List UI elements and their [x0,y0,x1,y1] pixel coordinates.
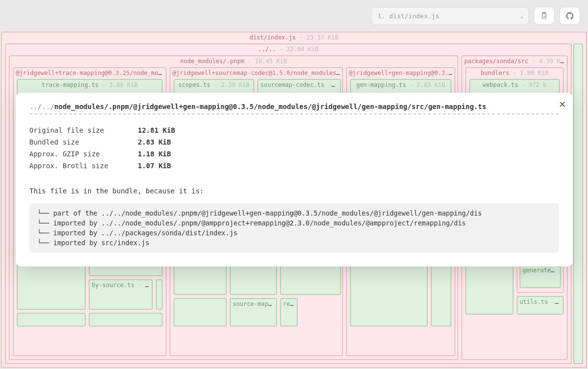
node-blank2[interactable] [89,313,163,327]
github-icon [565,11,574,20]
node-bysource-ts[interactable]: by-source.ts - 3… [89,279,153,310]
node-label: node_modules/.pnpm - 18.45 KiB [10,56,457,66]
file-stats: Original file size12.81 KiB Bundled size… [30,124,559,172]
bundle-select[interactable]: 1. dist/index.js ⌄ [371,7,529,25]
node-label: dist/index.js - 23.37 KiB [2,33,586,42]
bundle-select-label: 1. dist/index.js [378,12,439,20]
node-rem-ts[interactable]: rem… [280,298,298,327]
node-sourcemap-ts[interactable]: source-map.t… [230,298,277,327]
node-blank8[interactable] [173,298,227,327]
close-button[interactable]: ✕ [559,98,565,110]
stat-label: Bundled size [30,136,128,148]
stat-value: 2.83 KiB [138,136,171,148]
chain-line: └── part of the ../../node_modules/.pnpm… [37,208,551,218]
stat-label: Approx. GZIP size [30,148,128,160]
clipboard-button[interactable] [534,7,554,25]
chain-line: └── imported by src/index.js [37,238,551,248]
reason-intro: This file is in the bundle, because it i… [30,185,559,196]
stat-label: Approx. Brotli size [30,160,128,172]
file-detail-modal: ✕ ../../node_modules/.pnpm/@jridgewell+g… [16,93,573,266]
chain-line: └── imported by ../../packages/sonda/dis… [37,228,551,238]
inclusion-reason: This file is in the bundle, because it i… [30,185,559,253]
stat-value: 12.81 KiB [138,124,175,136]
import-chain: └── part of the ../../node_modules/.pnpm… [30,203,559,253]
stat-label: Original file size [30,124,128,136]
clipboard-icon [540,11,549,20]
file-path: ../../node_modules/.pnpm/@jridgewell+gen… [30,103,559,114]
chevron-down-icon: ⌄ [520,13,523,19]
chain-line: └── imported by ../../node_modules/.pnpm… [37,218,551,228]
node-blank4[interactable] [17,313,86,327]
github-button[interactable] [559,7,580,25]
node-utils-ts[interactable]: utils.ts - … [517,296,564,315]
stat-value: 1.07 KiB [138,160,171,172]
node-sliver[interactable] [573,43,583,364]
stat-value: 1.18 KiB [138,148,171,160]
topbar: 1. dist/index.js ⌄ [0,0,588,32]
node-blank3[interactable] [156,279,163,310]
node-generate-ts[interactable]: generate.… [519,264,561,288]
node-label: ../.. - 22.84 KiB [6,44,571,54]
close-icon: ✕ [559,98,565,110]
